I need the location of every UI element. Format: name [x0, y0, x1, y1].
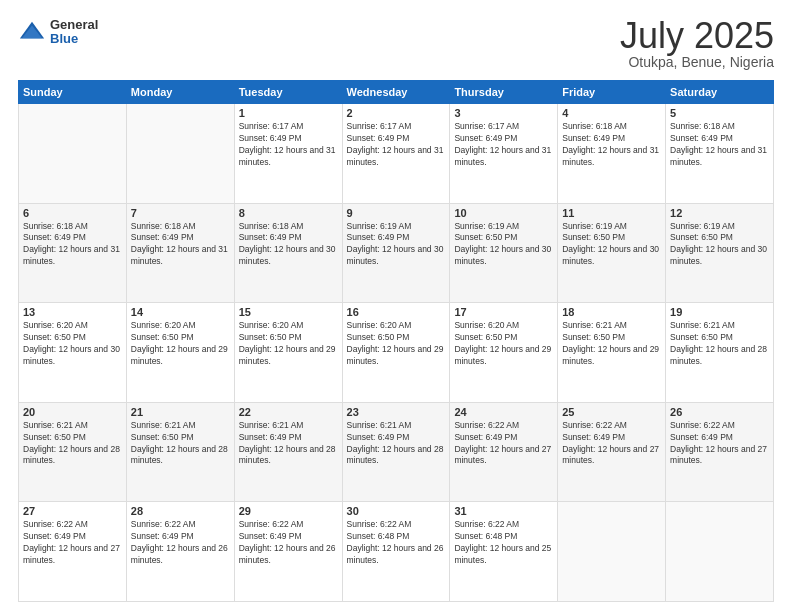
day-info: Sunrise: 6:19 AMSunset: 6:50 PMDaylight:…	[670, 221, 769, 269]
calendar-cell-3-3: 23Sunrise: 6:21 AMSunset: 6:49 PMDayligh…	[342, 402, 450, 502]
day-number: 31	[454, 505, 553, 517]
calendar-cell-4-3: 30Sunrise: 6:22 AMSunset: 6:48 PMDayligh…	[342, 502, 450, 602]
col-tuesday: Tuesday	[234, 81, 342, 104]
calendar-cell-2-2: 15Sunrise: 6:20 AMSunset: 6:50 PMDayligh…	[234, 303, 342, 403]
day-number: 16	[347, 306, 446, 318]
calendar-cell-4-0: 27Sunrise: 6:22 AMSunset: 6:49 PMDayligh…	[19, 502, 127, 602]
calendar-cell-1-1: 7Sunrise: 6:18 AMSunset: 6:49 PMDaylight…	[126, 203, 234, 303]
calendar-cell-1-5: 11Sunrise: 6:19 AMSunset: 6:50 PMDayligh…	[558, 203, 666, 303]
calendar-cell-1-4: 10Sunrise: 6:19 AMSunset: 6:50 PMDayligh…	[450, 203, 558, 303]
day-number: 25	[562, 406, 661, 418]
day-number: 20	[23, 406, 122, 418]
day-info: Sunrise: 6:18 AMSunset: 6:49 PMDaylight:…	[670, 121, 769, 169]
day-number: 10	[454, 207, 553, 219]
day-info: Sunrise: 6:21 AMSunset: 6:50 PMDaylight:…	[131, 420, 230, 468]
day-info: Sunrise: 6:22 AMSunset: 6:49 PMDaylight:…	[239, 519, 338, 567]
col-sunday: Sunday	[19, 81, 127, 104]
day-number: 6	[23, 207, 122, 219]
day-number: 18	[562, 306, 661, 318]
day-info: Sunrise: 6:19 AMSunset: 6:49 PMDaylight:…	[347, 221, 446, 269]
calendar-cell-0-2: 1Sunrise: 6:17 AMSunset: 6:49 PMDaylight…	[234, 104, 342, 204]
day-number: 13	[23, 306, 122, 318]
col-friday: Friday	[558, 81, 666, 104]
calendar-cell-4-5	[558, 502, 666, 602]
day-number: 3	[454, 107, 553, 119]
week-row-4: 20Sunrise: 6:21 AMSunset: 6:50 PMDayligh…	[19, 402, 774, 502]
calendar-cell-3-5: 25Sunrise: 6:22 AMSunset: 6:49 PMDayligh…	[558, 402, 666, 502]
title-month: July 2025	[620, 18, 774, 54]
calendar-cell-0-0	[19, 104, 127, 204]
day-info: Sunrise: 6:21 AMSunset: 6:49 PMDaylight:…	[347, 420, 446, 468]
col-thursday: Thursday	[450, 81, 558, 104]
calendar-cell-2-3: 16Sunrise: 6:20 AMSunset: 6:50 PMDayligh…	[342, 303, 450, 403]
calendar-cell-0-1	[126, 104, 234, 204]
week-row-5: 27Sunrise: 6:22 AMSunset: 6:49 PMDayligh…	[19, 502, 774, 602]
day-info: Sunrise: 6:21 AMSunset: 6:49 PMDaylight:…	[239, 420, 338, 468]
calendar-cell-1-3: 9Sunrise: 6:19 AMSunset: 6:49 PMDaylight…	[342, 203, 450, 303]
calendar-cell-3-4: 24Sunrise: 6:22 AMSunset: 6:49 PMDayligh…	[450, 402, 558, 502]
day-info: Sunrise: 6:20 AMSunset: 6:50 PMDaylight:…	[347, 320, 446, 368]
day-info: Sunrise: 6:18 AMSunset: 6:49 PMDaylight:…	[239, 221, 338, 269]
day-number: 17	[454, 306, 553, 318]
calendar-cell-4-4: 31Sunrise: 6:22 AMSunset: 6:48 PMDayligh…	[450, 502, 558, 602]
day-info: Sunrise: 6:17 AMSunset: 6:49 PMDaylight:…	[454, 121, 553, 169]
calendar-cell-0-4: 3Sunrise: 6:17 AMSunset: 6:49 PMDaylight…	[450, 104, 558, 204]
day-info: Sunrise: 6:18 AMSunset: 6:49 PMDaylight:…	[23, 221, 122, 269]
day-info: Sunrise: 6:17 AMSunset: 6:49 PMDaylight:…	[347, 121, 446, 169]
day-number: 8	[239, 207, 338, 219]
day-info: Sunrise: 6:19 AMSunset: 6:50 PMDaylight:…	[454, 221, 553, 269]
calendar-cell-2-5: 18Sunrise: 6:21 AMSunset: 6:50 PMDayligh…	[558, 303, 666, 403]
day-info: Sunrise: 6:17 AMSunset: 6:49 PMDaylight:…	[239, 121, 338, 169]
day-number: 14	[131, 306, 230, 318]
calendar-cell-3-1: 21Sunrise: 6:21 AMSunset: 6:50 PMDayligh…	[126, 402, 234, 502]
calendar-cell-3-2: 22Sunrise: 6:21 AMSunset: 6:49 PMDayligh…	[234, 402, 342, 502]
day-number: 26	[670, 406, 769, 418]
day-info: Sunrise: 6:21 AMSunset: 6:50 PMDaylight:…	[562, 320, 661, 368]
calendar-cell-0-3: 2Sunrise: 6:17 AMSunset: 6:49 PMDaylight…	[342, 104, 450, 204]
calendar-cell-3-6: 26Sunrise: 6:22 AMSunset: 6:49 PMDayligh…	[666, 402, 774, 502]
calendar-header-row: Sunday Monday Tuesday Wednesday Thursday…	[19, 81, 774, 104]
calendar-cell-1-2: 8Sunrise: 6:18 AMSunset: 6:49 PMDaylight…	[234, 203, 342, 303]
day-number: 23	[347, 406, 446, 418]
week-row-2: 6Sunrise: 6:18 AMSunset: 6:49 PMDaylight…	[19, 203, 774, 303]
col-monday: Monday	[126, 81, 234, 104]
day-info: Sunrise: 6:20 AMSunset: 6:50 PMDaylight:…	[454, 320, 553, 368]
week-row-1: 1Sunrise: 6:17 AMSunset: 6:49 PMDaylight…	[19, 104, 774, 204]
day-info: Sunrise: 6:22 AMSunset: 6:49 PMDaylight:…	[562, 420, 661, 468]
logo: General Blue	[18, 18, 98, 47]
logo-general: General	[50, 18, 98, 32]
calendar-cell-2-0: 13Sunrise: 6:20 AMSunset: 6:50 PMDayligh…	[19, 303, 127, 403]
day-info: Sunrise: 6:18 AMSunset: 6:49 PMDaylight:…	[562, 121, 661, 169]
day-number: 12	[670, 207, 769, 219]
day-info: Sunrise: 6:20 AMSunset: 6:50 PMDaylight:…	[131, 320, 230, 368]
day-info: Sunrise: 6:21 AMSunset: 6:50 PMDaylight:…	[23, 420, 122, 468]
calendar-cell-0-5: 4Sunrise: 6:18 AMSunset: 6:49 PMDaylight…	[558, 104, 666, 204]
day-number: 1	[239, 107, 338, 119]
page: General Blue July 2025 Otukpa, Benue, Ni…	[0, 0, 792, 612]
day-info: Sunrise: 6:22 AMSunset: 6:48 PMDaylight:…	[454, 519, 553, 567]
calendar-cell-4-1: 28Sunrise: 6:22 AMSunset: 6:49 PMDayligh…	[126, 502, 234, 602]
day-number: 28	[131, 505, 230, 517]
day-number: 27	[23, 505, 122, 517]
day-number: 9	[347, 207, 446, 219]
calendar-cell-4-2: 29Sunrise: 6:22 AMSunset: 6:49 PMDayligh…	[234, 502, 342, 602]
logo-text: General Blue	[50, 18, 98, 47]
day-number: 21	[131, 406, 230, 418]
day-number: 19	[670, 306, 769, 318]
day-number: 24	[454, 406, 553, 418]
calendar-cell-3-0: 20Sunrise: 6:21 AMSunset: 6:50 PMDayligh…	[19, 402, 127, 502]
calendar-cell-4-6	[666, 502, 774, 602]
logo-blue: Blue	[50, 32, 98, 46]
day-info: Sunrise: 6:22 AMSunset: 6:49 PMDaylight:…	[454, 420, 553, 468]
day-number: 5	[670, 107, 769, 119]
day-number: 22	[239, 406, 338, 418]
day-info: Sunrise: 6:22 AMSunset: 6:49 PMDaylight:…	[670, 420, 769, 468]
calendar-cell-2-6: 19Sunrise: 6:21 AMSunset: 6:50 PMDayligh…	[666, 303, 774, 403]
day-info: Sunrise: 6:22 AMSunset: 6:49 PMDaylight:…	[23, 519, 122, 567]
calendar-cell-1-6: 12Sunrise: 6:19 AMSunset: 6:50 PMDayligh…	[666, 203, 774, 303]
calendar-cell-2-4: 17Sunrise: 6:20 AMSunset: 6:50 PMDayligh…	[450, 303, 558, 403]
day-info: Sunrise: 6:21 AMSunset: 6:50 PMDaylight:…	[670, 320, 769, 368]
day-number: 29	[239, 505, 338, 517]
day-number: 30	[347, 505, 446, 517]
calendar-cell-1-0: 6Sunrise: 6:18 AMSunset: 6:49 PMDaylight…	[19, 203, 127, 303]
